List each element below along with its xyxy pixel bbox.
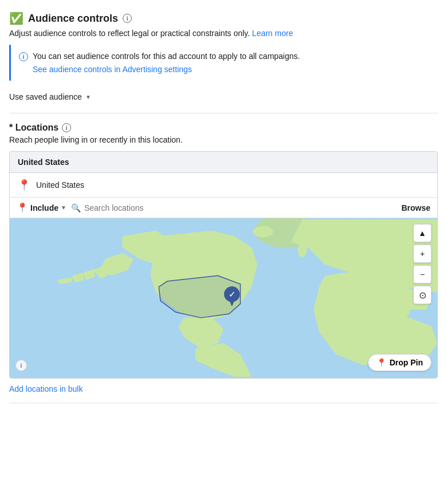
include-chevron-icon: ▼ — [61, 204, 66, 211]
map-controls: ▲ + − ⊙ — [413, 224, 432, 304]
drop-pin-label: Drop Pin — [390, 358, 423, 367]
browse-button[interactable]: Browse — [401, 203, 430, 212]
drop-pin-icon: 📍 — [377, 358, 386, 367]
location-item-label: United States — [36, 180, 84, 190]
audience-controls-info-icon[interactable]: i — [123, 14, 132, 23]
svg-point-3 — [298, 243, 307, 257]
drop-pin-button[interactable]: 📍 Drop Pin — [368, 354, 432, 371]
search-bar: 📍 Include ▼ 🔍 Browse — [10, 197, 437, 218]
learn-more-link[interactable]: Learn more — [252, 29, 293, 38]
map-scroll-up-button[interactable]: ▲ — [413, 224, 432, 242]
search-icon: 🔍 — [71, 203, 81, 212]
audience-controls-section: ✅ Audience controls i Adjust audience co… — [9, 11, 438, 104]
location-item: 📍 United States — [10, 173, 437, 197]
info-box-text: You can set audience controls for this a… — [33, 52, 300, 61]
info-box-header: i You can set audience controls for this… — [19, 52, 430, 61]
add-locations-bulk-link[interactable]: Add locations in bulk — [9, 384, 438, 393]
map-info-icon[interactable]: i — [15, 360, 27, 371]
up-arrow-icon: ▲ — [418, 229, 426, 238]
map-zoom-out-button[interactable]: − — [413, 265, 432, 284]
locations-title: * Locations i — [9, 123, 438, 133]
map-container: ✓ ▲ + − ⊙ — [10, 218, 437, 378]
crosshair-icon: ⊙ — [419, 290, 426, 301]
search-input-wrapper: 🔍 — [71, 203, 397, 212]
check-circle-icon: ✅ — [9, 11, 23, 25]
chevron-down-icon: ▼ — [85, 94, 91, 100]
svg-point-2 — [253, 226, 273, 238]
info-circle-icon: i — [19, 52, 28, 61]
section-title: Audience controls — [28, 13, 118, 25]
saved-audience-label: Use saved audience — [9, 92, 82, 101]
minus-icon: − — [420, 270, 425, 279]
locations-subtitle: Reach people living in or recently in th… — [9, 135, 438, 144]
include-button[interactable]: 📍 Include ▼ — [17, 202, 66, 213]
map-zoom-in-button[interactable]: + — [413, 245, 432, 263]
info-box: i You can set audience controls for this… — [9, 45, 438, 81]
search-locations-input[interactable] — [84, 203, 397, 212]
include-label: Include — [30, 203, 58, 212]
locations-box-header: United States — [10, 152, 437, 173]
location-pin-icon: 📍 — [18, 179, 30, 191]
divider-2 — [9, 403, 438, 403]
section-subtitle: Adjust audience controls to reflect lega… — [9, 29, 438, 38]
divider-1 — [9, 113, 438, 113]
advertising-settings-link[interactable]: See audience controls in Advertising set… — [33, 65, 430, 74]
section-header: ✅ Audience controls i — [9, 11, 438, 25]
map-locate-button[interactable]: ⊙ — [413, 286, 432, 304]
include-pin-icon: 📍 — [17, 202, 28, 213]
plus-icon: + — [420, 249, 425, 258]
use-saved-audience[interactable]: Use saved audience ▼ — [9, 90, 438, 104]
locations-section: * Locations i Reach people living in or … — [9, 123, 438, 393]
locations-box: United States 📍 United States 📍 Include … — [9, 151, 438, 379]
locations-info-icon[interactable]: i — [62, 123, 71, 132]
